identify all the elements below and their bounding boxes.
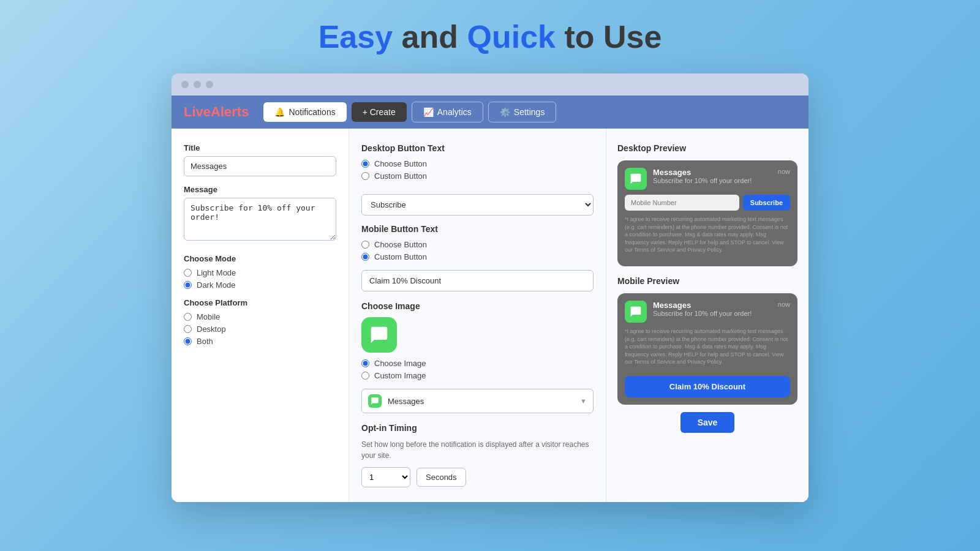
desktop-custom-button-option[interactable]: Custom Button — [361, 171, 594, 181]
desktop-button-group: Choose Button Custom Button — [361, 159, 594, 181]
mobile-messages-icon — [630, 305, 642, 318]
mode-light-label: Light Mode — [197, 268, 236, 277]
desktop-preview-card: Messages Subscribe for 10% off your orde… — [617, 160, 797, 266]
gear-icon: ⚙️ — [500, 107, 510, 117]
mobile-button-group: Choose Button Custom Button — [361, 240, 594, 261]
mode-light-option[interactable]: Light Mode — [184, 268, 336, 277]
choose-image-radio[interactable] — [361, 359, 369, 367]
nav-create-button[interactable]: + Create — [352, 102, 407, 122]
timing-value-select[interactable]: 1 2 5 10 — [361, 467, 410, 487]
desktop-preview-time: now — [778, 168, 790, 175]
chart-icon: 📈 — [423, 107, 434, 117]
desktop-custom-button-radio[interactable] — [361, 172, 369, 180]
nav-analytics-button[interactable]: 📈 Analytics — [412, 102, 483, 122]
custom-image-label-text: Custom Image — [374, 371, 426, 380]
desktop-preview-message: Messages Subscribe for 10% off your orde… — [653, 168, 772, 184]
timing-unit: Seconds — [417, 468, 466, 487]
choose-platform-group: Mobile Desktop Both — [184, 312, 336, 346]
hero-title: Easy and Quick to Use — [318, 18, 662, 55]
platform-desktop-option[interactable]: Desktop — [184, 324, 336, 334]
app-logo: LiveAlerts — [184, 104, 249, 120]
mode-dark-radio[interactable] — [184, 281, 192, 289]
mode-light-radio[interactable] — [184, 269, 192, 277]
logo-text: iveAlerts — [192, 104, 249, 119]
mobile-preview-legal: *I agree to receive recurring automated … — [625, 328, 790, 366]
mobile-preview-subtitle: Subscribe for 10% off your order! — [653, 310, 772, 317]
choose-mode-label: Choose Mode — [184, 254, 336, 263]
desktop-preview-app-name: Messages — [653, 168, 772, 177]
desktop-choose-button-radio[interactable] — [361, 160, 369, 168]
choose-platform-label: Choose Platform — [184, 298, 336, 307]
title-input[interactable] — [184, 156, 336, 176]
platform-desktop-label: Desktop — [197, 324, 226, 334]
mode-dark-label: Dark Mode — [197, 280, 236, 290]
mode-dark-option[interactable]: Dark Mode — [184, 280, 336, 290]
mobile-preview-message: Messages Subscribe for 10% off your orde… — [653, 301, 772, 317]
mobile-preview-time: now — [778, 301, 790, 308]
middle-panel: Desktop Button Text Choose Button Custom… — [349, 129, 606, 502]
messages-select-icon — [371, 397, 379, 405]
desktop-preview-title: Desktop Preview — [617, 143, 797, 153]
mobile-preview-app-icon — [625, 301, 647, 323]
mobile-preview-claim-button[interactable]: Claim 10% Discount — [625, 376, 790, 397]
desktop-button-dropdown[interactable]: Subscribe Sign Up Join Now — [361, 194, 594, 216]
mobile-choose-button-option[interactable]: Choose Button — [361, 240, 594, 249]
image-select-dropdown[interactable]: Messages ▼ — [361, 389, 594, 413]
browser-titlebar — [172, 73, 809, 96]
mobile-preview-app-name: Messages — [653, 301, 772, 310]
timing-row: 1 2 5 10 Seconds — [361, 467, 594, 487]
mobile-preview-card: Messages Subscribe for 10% off your orde… — [617, 293, 797, 405]
nav-settings-label: Settings — [514, 107, 545, 117]
custom-image-option[interactable]: Custom Image — [361, 371, 594, 380]
custom-image-radio[interactable] — [361, 372, 369, 380]
hero-easy: Easy — [318, 19, 393, 54]
hero-end: to Use — [564, 19, 662, 54]
browser-window: LiveAlerts 🔔 Notifications + Create 📈 An… — [172, 73, 809, 502]
mobile-button-text-label: Mobile Button Text — [361, 224, 594, 234]
mobile-preview-header: Messages Subscribe for 10% off your orde… — [625, 301, 790, 323]
choose-image-label-text: Choose Image — [374, 359, 426, 368]
app-body: Title Message Subscribe for 10% off your… — [172, 129, 809, 502]
desktop-preview-subscribe-button[interactable]: Subscribe — [743, 195, 790, 211]
platform-mobile-radio[interactable] — [184, 313, 192, 321]
desktop-messages-icon — [630, 173, 642, 185]
platform-mobile-option[interactable]: Mobile — [184, 312, 336, 321]
image-select-value: Messages — [388, 397, 574, 406]
platform-both-radio[interactable] — [184, 337, 192, 345]
mobile-choose-button-label: Choose Button — [374, 240, 427, 249]
bell-icon: 🔔 — [274, 107, 285, 117]
nav-notifications-label: Notifications — [288, 107, 335, 117]
browser-dot-red — [181, 81, 189, 88]
image-preview-icon — [361, 317, 397, 353]
nav-create-label: + Create — [363, 107, 396, 117]
choose-mode-group: Light Mode Dark Mode — [184, 268, 336, 290]
chevron-down-icon: ▼ — [580, 397, 587, 405]
mobile-choose-button-radio[interactable] — [361, 241, 369, 249]
desktop-preview-app-icon — [625, 168, 647, 190]
left-panel: Title Message Subscribe for 10% off your… — [172, 129, 349, 502]
mobile-preview-title: Mobile Preview — [617, 276, 797, 286]
choose-image-option[interactable]: Choose Image — [361, 359, 594, 368]
app-navbar: LiveAlerts 🔔 Notifications + Create 📈 An… — [172, 96, 809, 129]
desktop-custom-button-label: Custom Button — [374, 171, 427, 181]
desktop-choose-button-option[interactable]: Choose Button — [361, 159, 594, 168]
mobile-custom-button-input[interactable] — [361, 270, 594, 291]
desktop-button-text-label: Desktop Button Text — [361, 143, 594, 153]
nav-notifications-button[interactable]: 🔔 Notifications — [263, 102, 346, 122]
platform-desktop-radio[interactable] — [184, 325, 192, 333]
desktop-preview-legal: *I agree to receive recurring automated … — [625, 216, 790, 254]
platform-both-option[interactable]: Both — [184, 337, 336, 346]
desktop-preview-number-input[interactable] — [625, 195, 739, 211]
mobile-custom-button-option[interactable]: Custom Button — [361, 252, 594, 261]
browser-dot-yellow — [194, 81, 201, 88]
desktop-preview-header: Messages Subscribe for 10% off your orde… — [625, 168, 790, 190]
logo-accent: L — [184, 104, 192, 119]
nav-settings-button[interactable]: ⚙️ Settings — [488, 102, 557, 122]
choose-image-label: Choose Image — [361, 301, 594, 311]
image-select-icon — [368, 394, 382, 408]
mobile-custom-button-radio[interactable] — [361, 253, 369, 261]
hero-quick: Quick — [467, 19, 556, 54]
save-button[interactable]: Save — [680, 412, 735, 433]
hero-and: and — [402, 19, 458, 54]
message-textarea[interactable]: Subscribe for 10% off your order! — [184, 198, 336, 241]
